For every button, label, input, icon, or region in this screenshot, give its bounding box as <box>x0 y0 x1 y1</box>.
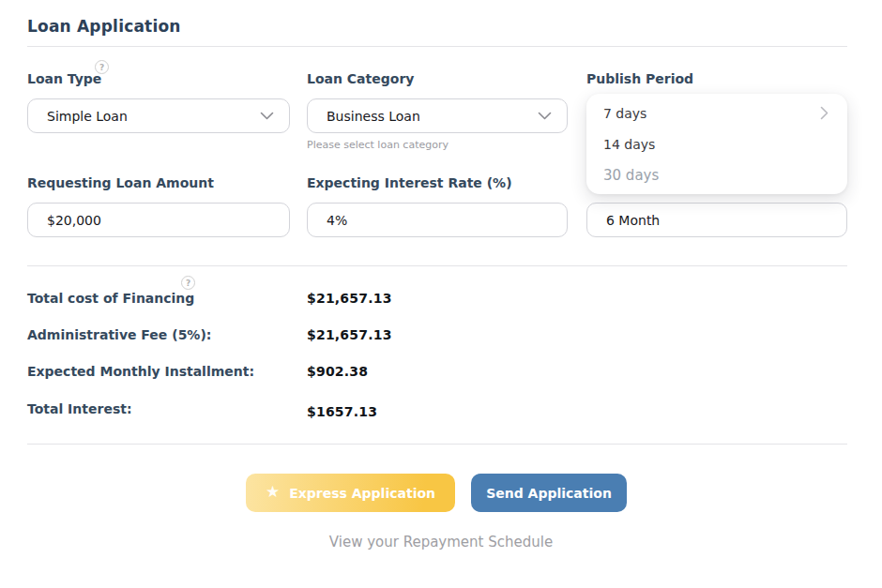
summary-value-total-cost: $21,657.13 <box>307 291 392 306</box>
publish-period-label: Publish Period <box>586 71 847 90</box>
loan-type-label: Loan Type ? <box>27 71 290 90</box>
summary-label-monthly-installment: Expected Monthly Installment: <box>27 364 254 379</box>
summary-label-total-cost: Total cost of Financing <box>27 291 194 306</box>
loan-type-value: Simple Loan <box>47 109 128 124</box>
loan-application-page: Loan Application Loan Type ? Simple Loan… <box>0 0 882 588</box>
summary-label-admin-fee: Administrative Fee (5%): <box>27 327 211 342</box>
interest-rate-label: Expecting Interest Rate (%) <box>307 175 568 194</box>
chevron-down-icon <box>260 112 274 120</box>
dropdown-option-14-days[interactable]: 14 days <box>586 128 847 159</box>
publish-period-field-group: Publish Period <box>586 71 847 90</box>
divider <box>27 46 847 47</box>
loan-category-select[interactable]: Business Loan <box>307 98 568 133</box>
star-icon: ★ <box>266 484 280 500</box>
chevron-down-icon <box>538 112 552 120</box>
loan-category-value: Business Loan <box>327 109 420 124</box>
loan-amount-label: Requesting Loan Amount <box>27 175 290 194</box>
loan-type-select[interactable]: Simple Loan <box>27 98 290 133</box>
interest-rate-field-group: Expecting Interest Rate (%) <box>307 175 568 237</box>
publish-period-dropdown: 7 days 14 days 30 days <box>586 94 847 194</box>
loan-type-field-group: Loan Type ? Simple Loan <box>27 71 290 133</box>
summary-value-admin-fee: $21,657.13 <box>307 327 392 342</box>
loan-duration-input[interactable] <box>586 203 847 237</box>
loan-amount-input[interactable] <box>27 203 290 237</box>
divider <box>27 444 847 445</box>
loan-category-label: Loan Category <box>307 71 568 90</box>
help-icon[interactable]: ? <box>95 60 109 74</box>
loan-category-field-group: Loan Category Business Loan Please selec… <box>307 71 568 151</box>
page-title: Loan Application <box>27 17 181 36</box>
dropdown-option-30-days[interactable]: 30 days <box>586 159 847 190</box>
divider <box>27 265 847 266</box>
help-icon[interactable]: ? <box>181 276 195 290</box>
chevron-right-icon <box>820 106 829 120</box>
dropdown-option-7-days[interactable]: 7 days <box>586 98 847 128</box>
summary-label-total-interest: Total Interest: <box>27 401 132 416</box>
repayment-schedule-link[interactable]: View your Repayment Schedule <box>0 534 882 550</box>
loan-category-helper-text: Please select loan category <box>307 139 568 151</box>
summary-value-total-interest: $1657.13 <box>307 404 377 419</box>
loan-amount-field-group: Requesting Loan Amount <box>27 175 290 237</box>
summary-value-monthly-installment: $902.38 <box>307 364 368 379</box>
send-application-button[interactable]: Send Application <box>471 474 627 512</box>
express-application-button[interactable]: ★ Express Application <box>246 474 455 512</box>
interest-rate-input[interactable] <box>307 203 568 237</box>
